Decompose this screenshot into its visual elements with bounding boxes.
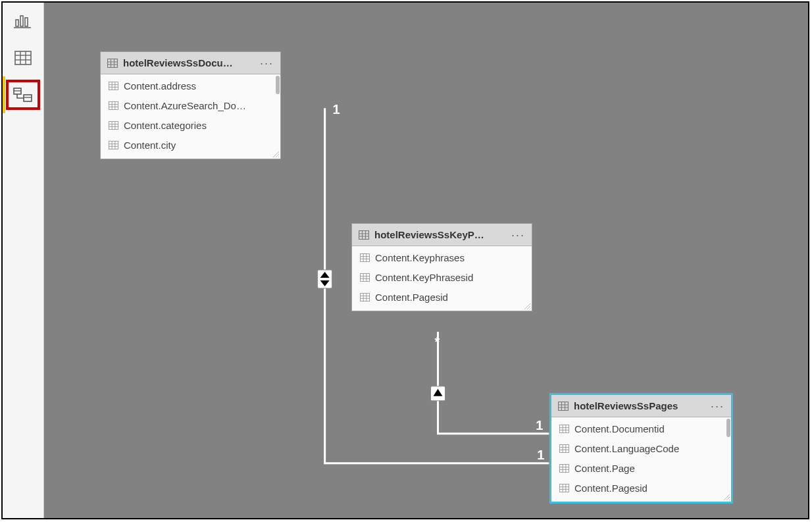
resize-handle[interactable] [523, 302, 531, 310]
svg-rect-2 [25, 18, 28, 26]
field-icon [360, 253, 370, 262]
scrollbar-thumb[interactable] [276, 76, 280, 94]
field-icon [360, 293, 370, 301]
field-item[interactable]: Content.LanguageCode [551, 438, 731, 458]
cardinality-label: * [434, 334, 440, 349]
field-label: Content.Documentid [574, 423, 665, 434]
field-icon [559, 484, 569, 492]
model-canvas[interactable]: 1 1 1 * hotelR [44, 3, 808, 518]
field-label: Content.Page [574, 463, 635, 474]
svg-rect-28 [109, 101, 118, 109]
svg-rect-11 [24, 95, 32, 101]
field-label: Content.Keyphrases [375, 252, 465, 263]
table-title: hotelReviewsSsKeyP… [374, 229, 503, 240]
table-more-menu[interactable]: ··· [509, 232, 528, 238]
table-more-menu[interactable]: ··· [708, 403, 727, 409]
svg-rect-18 [108, 59, 118, 67]
svg-rect-33 [109, 121, 118, 129]
svg-rect-63 [559, 402, 569, 410]
resize-handle[interactable] [272, 150, 280, 158]
table-title: hotelReviewsSsDocu… [123, 57, 252, 68]
svg-rect-53 [361, 273, 370, 281]
cardinality-label: 1 [333, 102, 340, 117]
field-item[interactable]: Content.Documentid [551, 419, 731, 438]
table-header[interactable]: hotelReviewsSsPages ··· [551, 395, 731, 417]
table-title: hotelReviewsSsPages [574, 400, 703, 411]
field-icon [360, 273, 370, 282]
svg-rect-1 [20, 16, 23, 26]
field-label: Content.city [124, 140, 176, 151]
table-body: Content.address Content.AzureSearch_Do… … [101, 74, 280, 159]
table-header[interactable]: hotelReviewsSsDocu… ··· [101, 52, 280, 74]
field-item[interactable]: Content.Pagesid [352, 287, 532, 307]
field-icon [559, 425, 569, 433]
svg-marker-17 [433, 389, 442, 396]
table-icon [359, 230, 369, 240]
field-item[interactable]: Content.Pagesid [551, 478, 731, 498]
table-header[interactable]: hotelReviewsSsKeyP… ··· [352, 224, 532, 246]
field-icon [109, 82, 118, 90]
resize-handle[interactable] [723, 493, 730, 501]
model-relationship-icon [13, 86, 33, 103]
data-view-button[interactable] [3, 39, 43, 76]
svg-marker-14 [320, 272, 330, 278]
svg-rect-16 [430, 386, 445, 401]
table-icon [558, 402, 569, 411]
field-icon [109, 121, 118, 130]
table-card-documents[interactable]: hotelReviewsSsDocu… ··· Content.address … [100, 51, 281, 159]
svg-rect-13 [318, 270, 332, 288]
cardinality-label: 1 [536, 418, 543, 432]
view-nav-sidebar [3, 3, 44, 518]
field-item[interactable]: Content.AzureSearch_Do… [101, 95, 280, 115]
svg-rect-23 [109, 82, 118, 90]
svg-rect-68 [560, 425, 569, 432]
field-label: Content.categories [124, 120, 207, 131]
svg-rect-43 [359, 230, 369, 239]
field-label: Content.Pagesid [375, 292, 448, 303]
field-item[interactable]: Content.Page [551, 458, 731, 478]
svg-rect-4 [15, 51, 31, 65]
svg-rect-83 [560, 484, 569, 492]
model-view-button[interactable] [3, 76, 43, 113]
cardinality-label: 1 [537, 448, 544, 462]
field-label: Content.address [124, 80, 196, 91]
svg-marker-15 [320, 280, 330, 286]
table-card-pages[interactable]: hotelReviewsSsPages ··· Content.Document… [551, 394, 732, 502]
field-item[interactable]: Content.city [101, 135, 280, 155]
table-card-keyphrases[interactable]: hotelReviewsSsKeyP… ··· Content.Keyphras… [351, 223, 532, 311]
report-view-button[interactable] [3, 3, 43, 39]
table-body: Content.Keyphrases Content.KeyPhrasesid … [352, 246, 532, 311]
field-item[interactable]: Content.Keyphrases [352, 248, 532, 267]
field-item[interactable]: Content.categories [101, 115, 280, 135]
field-item[interactable]: Content.KeyPhrasesid [352, 267, 532, 287]
field-icon [559, 464, 569, 473]
field-label: Content.AzureSearch_Do… [124, 100, 246, 111]
bar-chart-icon [14, 13, 32, 29]
field-label: Content.KeyPhrasesid [375, 272, 473, 283]
field-label: Content.LanguageCode [574, 443, 679, 454]
svg-rect-38 [109, 141, 118, 149]
svg-rect-58 [361, 293, 370, 301]
svg-rect-73 [560, 444, 569, 452]
table-more-menu[interactable]: ··· [257, 60, 276, 66]
table-icon [107, 59, 118, 68]
scrollbar-thumb[interactable] [726, 419, 730, 437]
svg-rect-78 [560, 464, 569, 472]
field-label: Content.Pagesid [574, 483, 647, 494]
field-icon [109, 141, 118, 149]
field-item[interactable]: Content.address [101, 76, 280, 95]
table-body: Content.Documentid Content.LanguageCode … [551, 417, 731, 502]
svg-rect-0 [16, 20, 18, 26]
data-table-icon [14, 51, 32, 65]
svg-rect-48 [361, 253, 370, 261]
field-icon [109, 101, 118, 110]
field-icon [559, 444, 569, 453]
